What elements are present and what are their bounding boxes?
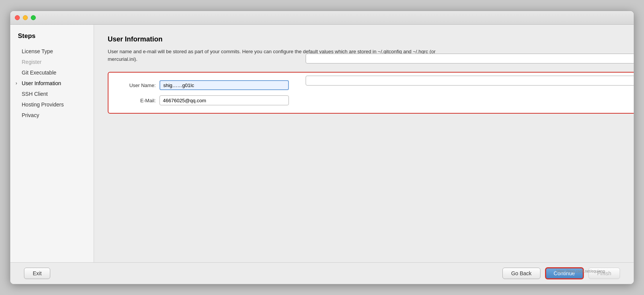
main-window: Steps License Type Register Git Executab… <box>10 11 634 284</box>
close-button[interactable] <box>15 15 20 20</box>
bottom-bar-inner: Exit Go Back Continue Finish https://blo… <box>24 267 620 279</box>
maximize-button[interactable] <box>31 15 36 20</box>
sidebar-item-ssh-client[interactable]: SSH Client <box>10 89 94 99</box>
page-title: User Information <box>108 35 634 43</box>
sidebar-item-label: User Information <box>22 80 61 86</box>
url-hint: https://blog.csdn.net/equiang <box>556 269 605 273</box>
content-area: Steps License Type Register Git Executab… <box>10 25 634 262</box>
sidebar-item-license-type[interactable]: License Type <box>10 46 94 57</box>
username-label: User Name: <box>118 82 156 88</box>
email-row: E-Mail: <box>118 95 634 105</box>
sidebar-item-label: License Type <box>22 48 53 54</box>
sidebar-item-user-information[interactable]: › User Information <box>10 78 94 89</box>
arrow-icon: › <box>16 81 17 86</box>
username-input[interactable] <box>159 80 289 90</box>
sidebar-heading: Steps <box>10 32 94 46</box>
sidebar-item-label: Hosting Providers <box>22 102 64 108</box>
sidebar-item-label: Register <box>22 59 41 65</box>
main-panel: User Information User name and e-mail wi… <box>94 25 634 262</box>
minimize-button[interactable] <box>23 15 28 20</box>
sidebar-item-privacy[interactable]: Privacy <box>10 110 94 121</box>
username-extra-input[interactable] <box>306 54 634 63</box>
exit-button[interactable]: Exit <box>24 268 50 279</box>
bottom-bar: Exit Go Back Continue Finish https://blo… <box>10 262 634 284</box>
sidebar-item-hosting-providers[interactable]: Hosting Providers <box>10 99 94 110</box>
sidebar-item-label: Privacy <box>22 112 39 118</box>
sidebar-item-label: SSH Client <box>22 91 48 97</box>
email-input[interactable] <box>159 95 289 105</box>
sidebar: Steps License Type Register Git Executab… <box>10 25 94 262</box>
email-label: E-Mail: <box>118 98 156 103</box>
go-back-button[interactable]: Go Back <box>502 268 540 279</box>
titlebar <box>10 11 634 25</box>
sidebar-item-label: Git Executable <box>22 70 56 76</box>
sidebar-item-register: Register <box>10 57 94 67</box>
sidebar-item-git-executable[interactable]: Git Executable <box>10 67 94 78</box>
email-extra-input[interactable] <box>306 76 634 86</box>
